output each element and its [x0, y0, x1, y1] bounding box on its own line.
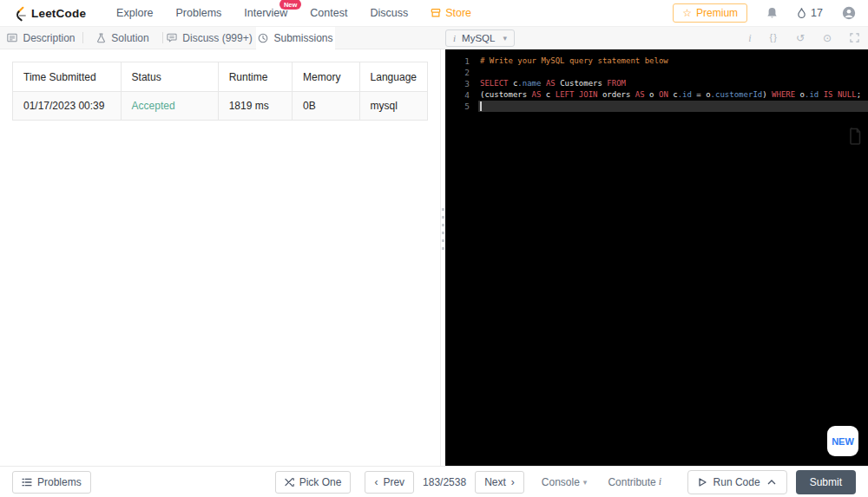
- prev-problem-button[interactable]: ‹ Prev: [365, 471, 414, 494]
- console-toggle[interactable]: Console ▾: [542, 476, 588, 488]
- language-select[interactable]: i MySQL ▾: [445, 29, 515, 47]
- premium-label: Premium: [696, 7, 738, 19]
- editor-line: 1# Write your MySQL query statement belo…: [445, 56, 868, 67]
- nav-item-store[interactable]: Store: [431, 7, 471, 19]
- submissions-table: Time Submitted Status Runtime Memory Lan…: [12, 62, 428, 121]
- daily-streak[interactable]: 17: [797, 7, 823, 19]
- col-memory: Memory: [293, 62, 360, 92]
- tab-submissions-label: Submissions: [273, 32, 332, 44]
- code-line-content: [478, 101, 868, 112]
- code-line-content: [478, 67, 868, 78]
- info-icon: i: [659, 475, 661, 488]
- line-number: 3: [445, 78, 470, 89]
- settings-target-icon[interactable]: ⊙: [823, 33, 832, 43]
- tab-strip: Description Solution Discuss (999+) Subm…: [0, 27, 868, 49]
- chevron-left-icon: ‹: [374, 476, 378, 488]
- submit-button[interactable]: Submit: [796, 470, 856, 494]
- code-token: = o: [692, 90, 711, 99]
- scroll-page-icon: [849, 128, 862, 145]
- code-token: Customers: [556, 79, 608, 88]
- chevron-down-icon: ▾: [503, 34, 507, 43]
- problems-list-button[interactable]: Problems: [12, 471, 91, 494]
- code-token: c: [541, 90, 555, 99]
- star-icon: ☆: [682, 7, 692, 19]
- editor-toolbar: i MySQL ▾ i {} ↺ ⊙: [440, 27, 868, 49]
- text-cursor: [480, 101, 482, 111]
- line-number: 4: [445, 89, 470, 101]
- code-token: FROM: [607, 79, 626, 88]
- tab-description[interactable]: Description: [0, 27, 82, 49]
- store-label: Store: [445, 7, 471, 19]
- table-header-row: Time Submitted Status Runtime Memory Lan…: [13, 62, 428, 92]
- nav-item-explore[interactable]: Explore: [116, 7, 153, 19]
- format-code-icon[interactable]: {}: [770, 33, 778, 43]
- tab-discuss[interactable]: Discuss (999+): [163, 27, 256, 49]
- cell-time-submitted: 01/17/2023 00:39: [13, 92, 122, 121]
- flame-icon: [797, 7, 806, 19]
- code-token: o: [645, 90, 659, 99]
- code-token: AS: [635, 90, 645, 99]
- code-line-content: # Write your MySQL query statement below: [478, 56, 868, 67]
- clock-icon: [258, 33, 268, 43]
- nav-item-interview-label: Interview: [244, 7, 287, 19]
- run-code-label: Run Code: [713, 476, 760, 488]
- problem-tabs: Description Solution Discuss (999+) Subm…: [0, 27, 440, 49]
- chevron-down-icon: ▾: [583, 478, 588, 487]
- nav-item-contest[interactable]: Contest: [310, 7, 347, 19]
- code-token: # Write your MySQL query statement below: [480, 56, 668, 65]
- premium-button[interactable]: ☆ Premium: [673, 3, 747, 23]
- new-feature-badge: New: [279, 0, 301, 10]
- code-token: .customerId: [711, 90, 763, 99]
- top-navbar: LeetCode Explore Problems Interview New …: [0, 0, 868, 27]
- run-code-button[interactable]: Run Code: [687, 470, 787, 494]
- nav-item-problems[interactable]: Problems: [176, 7, 222, 19]
- leetcode-logo-icon: [12, 5, 27, 22]
- code-token: c: [509, 79, 518, 88]
- notifications-bell-icon[interactable]: [766, 7, 778, 19]
- line-number: 2: [445, 67, 470, 78]
- code-token: ;: [857, 90, 861, 99]
- cell-memory: 0B: [293, 92, 360, 121]
- nav-item-discuss[interactable]: Discuss: [370, 7, 408, 19]
- code-token: ): [762, 90, 772, 99]
- next-label: Next: [484, 476, 506, 488]
- submission-row[interactable]: 01/17/2023 00:39 Accepted 1819 ms 0B mys…: [13, 92, 428, 121]
- editor-line: 2: [445, 67, 868, 78]
- reset-code-icon[interactable]: ↺: [796, 33, 805, 43]
- code-token: .name: [517, 79, 541, 88]
- code-token: (customers: [480, 90, 532, 99]
- code-token: c: [668, 90, 678, 99]
- code-token: .id: [678, 90, 692, 99]
- col-time-submitted: Time Submitted: [13, 62, 122, 92]
- tab-solution-label: Solution: [111, 32, 148, 44]
- shuffle-icon: [285, 478, 294, 487]
- code-token: SELECT: [480, 79, 509, 88]
- tab-submissions[interactable]: Submissions: [256, 27, 335, 49]
- fullscreen-icon[interactable]: [850, 33, 859, 43]
- play-icon: [699, 478, 707, 487]
- col-status: Status: [121, 62, 218, 92]
- cell-status: Accepted: [121, 92, 218, 121]
- code-editor[interactable]: 1# Write your MySQL query statement belo…: [445, 49, 868, 466]
- editor-line: 3SELECT c.name AS Customers FROM: [445, 78, 868, 89]
- problem-counter: 183/2538: [423, 476, 466, 488]
- editor-info-icon[interactable]: i: [748, 33, 751, 43]
- code-token: .id: [805, 90, 819, 99]
- speech-bubble-icon: [167, 33, 177, 43]
- pick-one-button[interactable]: Pick One: [275, 471, 352, 494]
- accepted-link[interactable]: Accepted: [132, 100, 175, 112]
- leetcode-logo[interactable]: LeetCode: [12, 5, 86, 22]
- col-language: Language: [359, 62, 427, 92]
- prev-label: Prev: [383, 476, 404, 488]
- avatar[interactable]: [842, 6, 856, 20]
- tab-description-label: Description: [23, 32, 75, 44]
- tab-solution[interactable]: Solution: [83, 27, 162, 49]
- code-token: orders: [598, 90, 635, 99]
- submissions-panel: Time Submitted Status Runtime Memory Lan…: [0, 49, 440, 466]
- list-icon: [22, 478, 32, 487]
- next-problem-button[interactable]: Next ›: [475, 471, 524, 494]
- nav-item-interview[interactable]: Interview New: [244, 7, 287, 19]
- editor-lines: 1# Write your MySQL query statement belo…: [445, 56, 868, 112]
- new-feature-button[interactable]: NEW: [827, 426, 858, 456]
- contribute-link[interactable]: Contribute i: [608, 475, 661, 488]
